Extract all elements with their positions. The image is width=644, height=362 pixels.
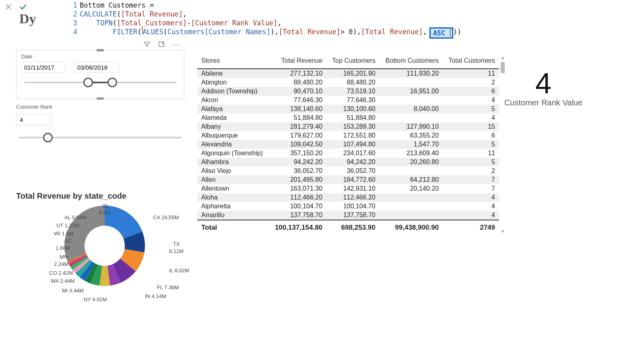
table-cell: 6 <box>443 131 499 140</box>
date-slider-thumb-from[interactable] <box>83 78 93 87</box>
total-cell: 100,137,154.80 <box>269 220 326 235</box>
table-cell: 88,480.20 <box>269 78 326 87</box>
chart-data-label: MI 3.44M <box>62 288 84 294</box>
table-row[interactable]: Alameda51,884.8051,884.804 <box>197 113 499 122</box>
table-row[interactable]: Allen201,495.80184,772.6064,212.807 <box>197 175 499 184</box>
table-cell: Alameda <box>197 113 269 122</box>
column-header[interactable]: Stores <box>197 55 269 69</box>
table-cell: 77,646.30 <box>326 96 380 105</box>
table-cell: 94,242.20 <box>269 158 326 167</box>
more-options-icon[interactable]: ··· <box>172 41 181 50</box>
scroll-up-icon[interactable]: ▴ <box>500 55 506 61</box>
chart-data-label: 0.5M <box>99 210 110 216</box>
table-row[interactable]: Amarillo137,758.70137,758.704 <box>197 211 499 220</box>
table-cell: 63,355.20 <box>380 131 443 140</box>
table-cell: 64,212.80 <box>380 175 443 184</box>
code-keyword: ASC <box>433 29 446 37</box>
code-measure: [Total Revenue] <box>121 10 183 19</box>
table-row[interactable]: Albuquerque179,627.00172,551.8063,355.20… <box>197 131 499 140</box>
total-cell: 99,438,900.90 <box>380 220 443 235</box>
table-cell: 7 <box>443 175 499 184</box>
chart-data-label: TX <box>173 241 180 247</box>
table-cell: 8,040.00 <box>380 105 443 113</box>
table-cell: 36,052.70 <box>326 167 380 175</box>
donut-hole <box>85 226 125 266</box>
table-row[interactable]: Alhambra94,242.2094,242.2020,260.805 <box>197 158 499 167</box>
date-from-input[interactable] <box>21 62 66 73</box>
date-to-input[interactable] <box>74 62 119 73</box>
code-measure: [Total Revenue] <box>279 27 341 39</box>
table-row[interactable]: Alpharetta100,104.70100,104.704 <box>197 202 499 211</box>
code-text: Bottom Customers = <box>80 1 154 10</box>
table-row[interactable]: Aloha112,466.20112,466.204 <box>197 193 499 202</box>
table-cell: 111,930.20 <box>380 69 443 78</box>
table-cell: 112,466.20 <box>326 193 380 202</box>
table-row[interactable]: Albany281,279.40153,289.30127,990.1015 <box>197 122 499 131</box>
table-cell: 357,150.20 <box>269 149 326 158</box>
table-cell: 51,884.80 <box>326 113 380 122</box>
table-row[interactable]: Alexandria109,042.50107,494.801,547.705 <box>197 140 499 149</box>
total-cell: Total <box>197 220 269 235</box>
table-row[interactable]: Addison (Township)90,470.1073,519.1016,9… <box>197 87 499 96</box>
rank-slider-track[interactable] <box>19 137 182 138</box>
date-slider-thumb-to[interactable] <box>107 78 117 87</box>
table-row[interactable]: Abington88,480.2088,480.202 <box>197 78 499 87</box>
table-cell: Alafaya <box>197 105 269 113</box>
column-header[interactable]: Bottom Customers <box>380 55 443 69</box>
rank-slider-thumb[interactable] <box>43 133 53 142</box>
filter-icon[interactable] <box>143 41 151 50</box>
table-row[interactable]: Abilene277,132.10165,201.90111,930.2011 <box>197 69 499 78</box>
table-cell: 36,052.70 <box>269 167 326 175</box>
chart-data-label: 8.12M <box>169 248 184 254</box>
table-cell: Abington <box>197 78 269 87</box>
customer-rank-input[interactable] <box>16 114 52 125</box>
stores-table[interactable]: StoresTotal RevenueTop CustomersBottom C… <box>197 55 499 235</box>
table-cell: 281,279.40 <box>269 122 326 131</box>
date-slicer[interactable]: ··· Date <box>16 50 184 99</box>
asc-token-highlight[interactable]: ASC <box>429 27 453 39</box>
date-slider-track[interactable] <box>24 82 177 83</box>
column-header[interactable]: Top Customers <box>326 55 380 69</box>
table-row[interactable]: Algonquin (Township)357,150.20234,017.60… <box>197 149 499 158</box>
slicer-title: Customer Rank <box>16 104 184 110</box>
table-cell: Amarillo <box>197 211 269 220</box>
chart-data-label: WA 2.44M <box>51 278 74 284</box>
cancel-icon[interactable] <box>4 2 13 13</box>
table-cell: 137,758.70 <box>269 211 326 220</box>
code-measure: [Customer Rank Value] <box>191 19 277 27</box>
column-header[interactable]: Total Revenue <box>269 55 326 69</box>
table-cell: 107,494.80 <box>326 140 380 149</box>
code-fn: ALUES <box>143 27 163 39</box>
table-cell: 16,951.00 <box>380 87 443 96</box>
revenue-by-state-chart[interactable]: Total Revenue by state_code ID0.5MCA 18.… <box>16 191 184 306</box>
table-row[interactable]: Alafaya138,140.60130,100.608,040.005 <box>197 105 499 113</box>
code-text: > 0 <box>341 27 353 39</box>
formula-bar: Dy 1Bottom Customers = 2CALCULATE( [Tota… <box>0 0 644 39</box>
slicer-title: Date <box>21 53 179 60</box>
chart-data-label: IL 8.02M <box>169 267 189 274</box>
table-cell <box>380 167 443 175</box>
table-row[interactable]: Akron77,646.3077,646.304 <box>197 96 499 105</box>
card-label: Customer Rank Value <box>483 98 604 107</box>
customer-rank-card[interactable]: 4 Customer Rank Value <box>483 67 604 107</box>
table-cell: Allen <box>197 175 269 184</box>
table-cell: 1,547.70 <box>380 140 443 149</box>
scroll-down-icon[interactable]: ▾ <box>500 228 506 235</box>
table-cell: 4 <box>443 113 499 122</box>
table-row[interactable]: Aliso Viejo36,052.7036,052.702 <box>197 167 499 175</box>
code-measure: [Total Revenue] <box>361 27 423 39</box>
report-canvas: ··· Date Customer Rank Total Revenue by … <box>0 39 644 362</box>
table-cell: 90,470.10 <box>269 87 326 96</box>
table-cell: 165,201.90 <box>326 69 380 78</box>
focus-mode-icon[interactable] <box>158 41 165 50</box>
dax-editor[interactable]: 1Bottom Customers = 2CALCULATE( [Total R… <box>70 0 644 39</box>
code-text: )) <box>453 27 461 39</box>
table-cell: 201,495.80 <box>269 175 326 184</box>
table-cell <box>380 78 443 87</box>
table-row[interactable]: Allentown163,071.30142,931.1020,140.207 <box>197 184 499 193</box>
customer-rank-slicer[interactable]: Customer Rank <box>16 104 184 138</box>
table-cell: Aliso Viejo <box>197 167 269 175</box>
table-cell: Alpharetta <box>197 202 269 211</box>
chart-data-label: 1.68M <box>56 245 70 251</box>
table-cell: 153,289.30 <box>326 122 380 131</box>
